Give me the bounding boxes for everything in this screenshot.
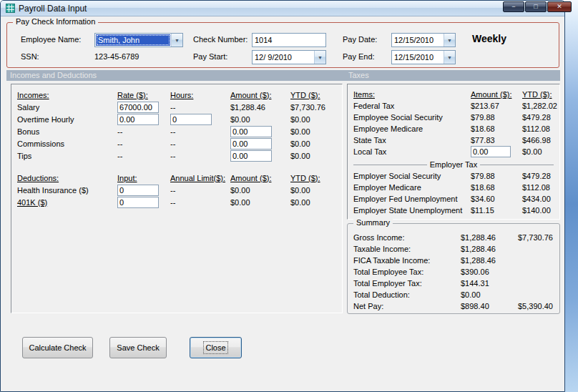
health-insurance-input[interactable] (117, 185, 159, 196)
income-row-bonus: Bonus -- -- $0.00 (17, 125, 336, 137)
health-insurance-amount: $0.00 (230, 186, 290, 195)
tips-amount-input[interactable] (230, 150, 272, 162)
tax-row-local: Local Tax $0.00 (353, 146, 554, 157)
col-amount: Amount ($): (230, 174, 290, 182)
close-window-button[interactable]: ✕ (547, 1, 572, 12)
pay-date-value: 12/15/2010 (392, 34, 444, 46)
income-row-commissions: Commissions -- -- $0.00 (17, 137, 336, 150)
employer-ss-amount: $79.88 (471, 172, 522, 180)
deduction-row-health-insurance: Health Insurance ($) -- $0.00 $0.00 (17, 184, 336, 196)
check-number-label: Check Number: (193, 35, 248, 44)
tax-row-employer-fed-unemployment: Employer Fed Unemployment $34.60 $434.00 (353, 193, 554, 205)
close-button[interactable]: Close (190, 337, 242, 358)
net-pay-amount: $898.40 (461, 302, 518, 310)
employer-ss-ytd: $479.28 (522, 172, 554, 180)
paycheck-info-group: Pay Check Information Employee Name: Smi… (6, 22, 559, 68)
overtime-rate-input[interactable] (117, 114, 159, 125)
col-ytd: YTD ($): (522, 90, 554, 99)
pay-start-picker[interactable]: 12/ 9/2010 ▼ (252, 50, 326, 64)
pay-start-value: 12/ 9/2010 (253, 51, 314, 64)
tax-row-federal: Federal Tax $213.67 $1,282.02 (353, 100, 554, 112)
commissions-amount-input[interactable] (230, 138, 272, 150)
col-hours: Hours: (170, 91, 230, 99)
salary-hours: -- (170, 103, 230, 112)
summary-row-net-pay: Net Pay: $898.40 $5,390.40 (353, 300, 554, 312)
col-ytd: YTD ($): (290, 91, 336, 99)
employee-medicare-amount: $18.68 (471, 124, 522, 133)
screen: Payroll Data Input Pay Check Information… (0, 0, 578, 392)
row-label: Taxable Income: (353, 245, 461, 253)
summary-group-label: Summary (353, 218, 393, 227)
401k-input[interactable] (117, 197, 159, 208)
row-label: Overtime Hourly (17, 115, 117, 124)
row-label: Commissions (17, 139, 117, 148)
employee-name-label: Employee Name: (21, 35, 81, 44)
401k-amount: $0.00 (230, 198, 290, 207)
federal-amount: $213.67 (471, 102, 522, 110)
employer-state-unemp-amount: $11.15 (471, 206, 522, 215)
tax-row-employer-ss: Employer Social Security $79.88 $479.28 (353, 170, 554, 182)
bonus-amount-input[interactable] (230, 126, 272, 137)
total-deduction-amount: $0.00 (461, 290, 518, 299)
fica-amount: $1,288.46 (461, 256, 518, 265)
bonus-ytd: $0.00 (290, 127, 336, 136)
gross-ytd: $7,730.76 (518, 233, 554, 242)
chevron-down-icon[interactable]: ▼ (444, 34, 455, 46)
chevron-down-icon[interactable]: ▼ (314, 51, 325, 64)
incomes-header-row: Incomes: Rate ($): Hours: Amount ($): YT… (17, 89, 336, 101)
overtime-hours-input[interactable] (170, 114, 212, 125)
taxes-panel: Items: Amount ($): YTD ($): Federal Tax … (347, 84, 560, 220)
taxes-section-header: Taxes (345, 70, 560, 81)
row-label: Health Insurance ($) (17, 186, 117, 195)
row-label: Employee Medicare (353, 124, 471, 133)
check-number-input[interactable] (252, 33, 326, 47)
pay-start-label: Pay Start: (193, 52, 227, 61)
salary-rate-input[interactable] (117, 102, 159, 113)
income-row-tips: Tips -- -- $0.00 (17, 150, 336, 162)
titlebar[interactable]: Payroll Data Input (1, 1, 564, 16)
salary-amount: $1,288.46 (230, 103, 290, 112)
row-label: Net Pay: (353, 302, 461, 310)
calculate-check-button[interactable]: Calculate Check (22, 337, 93, 358)
employer-medicare-amount: $18.68 (471, 183, 522, 192)
app-icon (6, 4, 15, 13)
commissions-rate: -- (117, 139, 170, 148)
taxable-amount: $1,288.46 (461, 245, 518, 253)
pay-date-picker[interactable]: 12/15/2010 ▼ (391, 33, 456, 47)
state-amount: $77.83 (471, 136, 522, 144)
chevron-down-icon[interactable]: ▼ (444, 51, 455, 64)
minimize-button[interactable]: − (503, 1, 524, 12)
employer-state-unemp-ytd: $140.00 (522, 206, 554, 215)
net-pay-ytd: $5,390.40 (518, 302, 554, 310)
pay-end-picker[interactable]: 12/15/2010 ▼ (391, 50, 456, 64)
col-ytd: YTD ($): (290, 174, 336, 182)
401k-link[interactable]: 401K ($) (17, 198, 117, 207)
payroll-dialog: Payroll Data Input Pay Check Information… (0, 0, 565, 392)
local-tax-input[interactable] (471, 146, 511, 157)
employer-tax-separator: Employer Tax (353, 159, 554, 170)
salary-ytd: $7,730.76 (290, 103, 336, 112)
tips-rate: -- (117, 152, 170, 160)
commissions-hours: -- (170, 139, 230, 148)
deductions-header-row: Deductions: Input: Annual Limit($): Amou… (17, 172, 336, 184)
maximize-button[interactable]: □ (525, 1, 547, 12)
row-label: Total Employer Tax: (353, 279, 461, 288)
employee-name-value: Smith, John (96, 34, 170, 46)
state-ytd: $466.98 (522, 136, 554, 144)
save-check-button[interactable]: Save Check (109, 337, 167, 358)
chevron-down-icon[interactable]: ▼ (171, 34, 182, 46)
row-label: Employer Fed Unemployment (353, 195, 471, 203)
tax-row-employer-state-unemployment: Employer State Unemployment $11.15 $140.… (353, 205, 554, 216)
tax-row-state: State Tax $77.83 $466.98 (353, 134, 554, 146)
commissions-ytd: $0.00 (290, 139, 336, 148)
summary-row-gross: Gross Income: $1,288.46 $7,730.76 (353, 232, 554, 243)
tax-row-employee-medicare: Employee Medicare $18.68 $112.08 (353, 123, 554, 134)
col-amount: Amount ($): (230, 91, 290, 99)
tax-row-employer-medicare: Employer Medicare $18.68 $112.08 (353, 182, 554, 193)
summary-row-total-employee-tax: Total Employee Tax: $390.06 (353, 266, 554, 278)
window-controls: − □ ✕ (502, 1, 572, 12)
paycheck-group-label: Pay Check Information (13, 17, 98, 26)
row-label: Bonus (17, 127, 117, 136)
employee-name-combobox[interactable]: Smith, John ▼ (94, 33, 183, 47)
employee-medicare-ytd: $112.08 (522, 124, 554, 133)
